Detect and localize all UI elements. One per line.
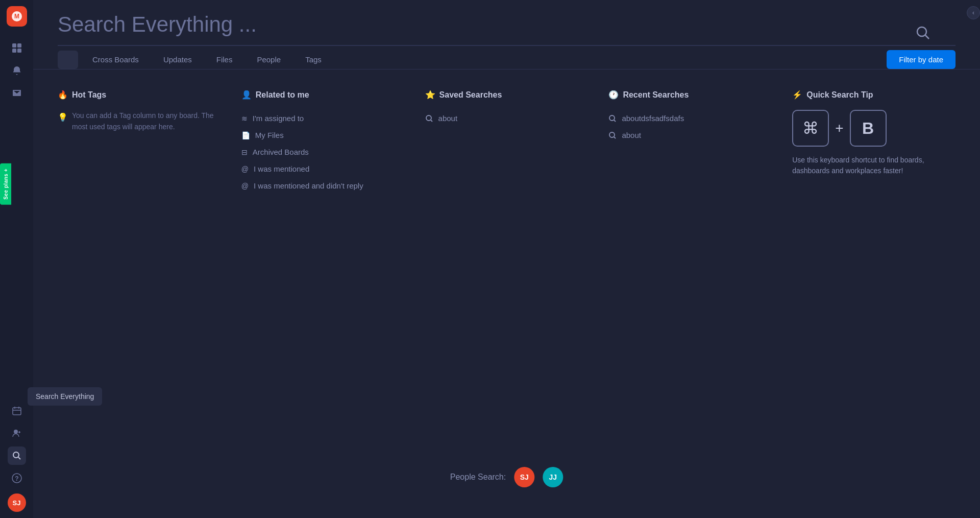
files-icon: 📄 — [241, 131, 250, 139]
saved-search-item-0[interactable]: about — [425, 110, 589, 127]
archived-icon: ⊟ — [241, 148, 248, 156]
lightning-icon: ⚡ — [792, 90, 802, 100]
sidebar-item-inbox[interactable] — [8, 84, 26, 102]
sidebar-item-notifications[interactable] — [8, 61, 26, 80]
tab-all[interactable] — [58, 51, 78, 69]
hot-tags-column: 🔥 Hot Tags 💡 You can add a Tag column to… — [58, 90, 221, 498]
sidebar-item-dashboard[interactable] — [8, 39, 26, 57]
svg-rect-6 — [13, 408, 21, 415]
svg-rect-2 — [12, 43, 16, 48]
at-icon-2: @ — [241, 182, 249, 190]
related-to-me-column: 👤 Related to me ≋ I'm assigned to 📄 My F… — [241, 90, 405, 498]
recent-searches-column: 🕐 Recent Searches aboutdsfsadfsdafs abou… — [608, 90, 772, 498]
see-plans-strip[interactable]: See plans + — [0, 163, 11, 205]
svg-rect-4 — [12, 49, 16, 53]
sidebar: M ? SJ See plans + — [0, 0, 33, 518]
clock-icon: 🕐 — [608, 90, 619, 100]
hot-tags-description: 💡 You can add a Tag column to any board.… — [58, 110, 221, 133]
fire-icon: 🔥 — [58, 90, 68, 100]
tab-updates[interactable]: Updates — [153, 51, 202, 68]
sidebar-item-help[interactable]: ? — [8, 469, 26, 487]
svg-point-8 — [13, 452, 19, 458]
filter-tabs: Cross Boards Updates Files People Tags — [58, 51, 332, 69]
quick-tip-boxes: ⌘ + B — [792, 110, 955, 147]
at-icon-1: @ — [241, 165, 249, 173]
saved-searches-title: ⭐ Saved Searches — [425, 90, 589, 100]
people-avatar-sj[interactable]: SJ — [514, 467, 534, 487]
star-icon: ⭐ — [425, 90, 435, 100]
tip-key-cmd: ⌘ — [792, 110, 829, 147]
bulb-icon: 💡 — [58, 111, 68, 124]
related-archived-item[interactable]: ⊟ Archived Boards — [241, 144, 405, 160]
quick-tip-title: ⚡ Quick Search Tip — [792, 90, 955, 100]
search-input[interactable] — [58, 12, 955, 37]
search-icon-recent-1 — [608, 131, 617, 139]
svg-text:M: M — [14, 13, 19, 20]
svg-text:?: ? — [15, 475, 18, 482]
recent-searches-title: 🕐 Recent Searches — [608, 90, 772, 100]
svg-point-7 — [14, 430, 18, 434]
avatar[interactable]: SJ — [8, 493, 26, 512]
related-mentioned-item[interactable]: @ I was mentioned — [241, 160, 405, 177]
hot-tags-title: 🔥 Hot Tags — [58, 90, 221, 100]
people-search: People Search: SJ JJ — [450, 467, 563, 487]
recent-search-item-0[interactable]: aboutdsfsadfsdafs — [608, 110, 772, 127]
tab-files[interactable]: Files — [206, 51, 243, 68]
related-files-item[interactable]: 📄 My Files — [241, 127, 405, 144]
svg-point-15 — [609, 132, 615, 137]
sidebar-item-search[interactable] — [8, 446, 26, 465]
svg-point-11 — [917, 27, 926, 36]
saved-searches-column: ⭐ Saved Searches about — [425, 90, 589, 498]
related-mentioned-noreply-item[interactable]: @ I was mentioned and didn't reply — [241, 177, 405, 194]
svg-rect-3 — [17, 43, 21, 48]
tip-key-b: B — [850, 110, 887, 147]
sidebar-item-add-user[interactable] — [8, 424, 26, 442]
content-area: 🔥 Hot Tags 💡 You can add a Tag column to… — [33, 69, 980, 518]
quick-tip-column: ⚡ Quick Search Tip ⌘ + B Use this keyboa… — [792, 90, 955, 498]
quick-tip-description: Use this keyboard shortcut to find board… — [792, 155, 955, 176]
search-icon-top — [915, 25, 931, 44]
recent-search-item-1[interactable]: about — [608, 127, 772, 144]
tip-plus: + — [835, 120, 843, 136]
search-icon-recent-0 — [608, 114, 617, 123]
people-avatar-jj[interactable]: JJ — [543, 467, 563, 487]
filter-by-date-button[interactable]: Filter by date — [887, 50, 955, 69]
app-logo[interactable]: M — [7, 6, 27, 27]
tab-tags[interactable]: Tags — [295, 51, 332, 68]
search-icon-saved — [425, 114, 433, 123]
person-icon: 👤 — [241, 90, 252, 100]
sidebar-item-calendar[interactable] — [8, 402, 26, 420]
tab-people[interactable]: People — [247, 51, 291, 68]
svg-rect-5 — [17, 49, 21, 53]
related-to-me-title: 👤 Related to me — [241, 90, 405, 100]
svg-point-13 — [426, 115, 431, 121]
related-assigned-item[interactable]: ≋ I'm assigned to — [241, 110, 405, 127]
search-header: Cross Boards Updates Files People Tags F… — [33, 0, 980, 69]
svg-point-14 — [609, 115, 615, 121]
main-content: Cross Boards Updates Files People Tags F… — [33, 0, 980, 518]
search-input-wrap — [58, 12, 955, 37]
collapse-button[interactable]: ‹ — [967, 6, 980, 19]
tab-cross-boards[interactable]: Cross Boards — [82, 51, 149, 68]
assigned-icon: ≋ — [241, 114, 248, 123]
